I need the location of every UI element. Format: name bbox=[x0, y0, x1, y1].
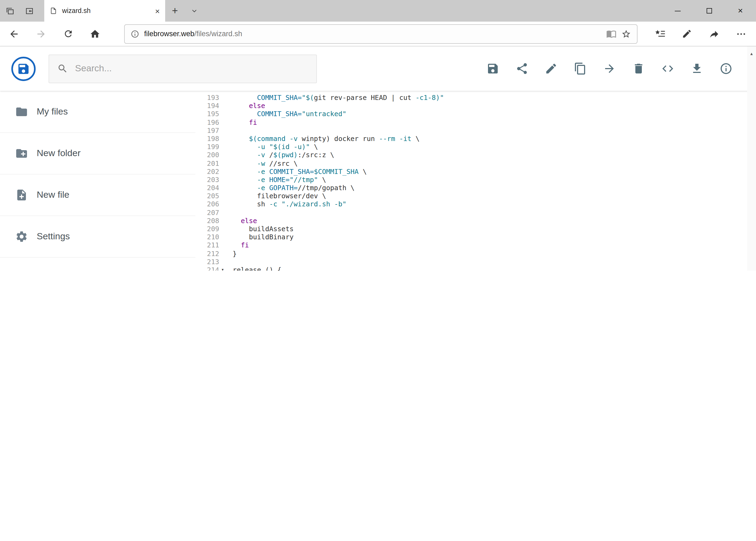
code-line[interactable]: 214▾release () { bbox=[195, 266, 756, 270]
url-path: /files/wizard.sh bbox=[194, 30, 242, 38]
line-number: 193 bbox=[195, 94, 219, 102]
code-text: else bbox=[226, 217, 257, 225]
tab-dropdown-icon[interactable] bbox=[185, 0, 204, 22]
code-text: sh -c "./wizard.sh -b" bbox=[226, 200, 347, 208]
maximize-icon bbox=[706, 8, 712, 14]
hub-favorites-icon[interactable] bbox=[648, 24, 672, 44]
code-line[interactable]: 198 $(command -v winpty) docker run --rm… bbox=[195, 135, 756, 143]
code-line[interactable]: 195 COMMIT_SHA="untracked" bbox=[195, 110, 756, 118]
code-text: filebrowser/dev \ bbox=[226, 192, 326, 200]
search-input[interactable] bbox=[75, 63, 308, 74]
code-line[interactable]: 208 else bbox=[195, 217, 756, 225]
line-number: 199 bbox=[195, 143, 219, 151]
code-text: $(command -v winpty) docker run --rm -it… bbox=[226, 135, 419, 143]
code-line[interactable]: 202 -e COMMIT_SHA=$COMMIT_SHA \ bbox=[195, 167, 756, 175]
new-file-icon bbox=[15, 189, 28, 202]
browser-tab[interactable]: wizard.sh × bbox=[44, 0, 165, 22]
code-line[interactable]: 203 -e HOME="//tmp" \ bbox=[195, 176, 756, 184]
fold-gutter bbox=[219, 249, 226, 258]
scroll-up-icon[interactable]: ▲ bbox=[747, 49, 756, 58]
browser-window: wizard.sh × + × filebrowse bbox=[0, 0, 756, 270]
code-text: } bbox=[226, 249, 237, 258]
fold-gutter bbox=[219, 192, 226, 200]
code-line[interactable]: 211 fi bbox=[195, 241, 756, 249]
code-line[interactable]: 212} bbox=[195, 249, 756, 258]
code-line[interactable]: 201 -w //src \ bbox=[195, 159, 756, 167]
rename-button[interactable] bbox=[544, 62, 557, 75]
set-tabs-aside-icon[interactable] bbox=[19, 0, 39, 22]
sidebar-item-logout[interactable]: Logout bbox=[0, 257, 195, 270]
url-host: filebrowser.web bbox=[144, 30, 194, 38]
move-button[interactable] bbox=[603, 62, 616, 75]
code-text bbox=[226, 258, 233, 266]
close-button[interactable]: × bbox=[725, 0, 756, 22]
favorite-star-icon[interactable] bbox=[621, 29, 631, 39]
fold-gutter bbox=[219, 151, 226, 159]
page-scrollbar[interactable]: ▲ ▼ bbox=[747, 46, 756, 270]
code-line[interactable]: 193 COMMIT_SHA="$(git rev-parse HEAD | c… bbox=[195, 94, 756, 102]
code-line[interactable]: 200 -v /$(pwd):/src:z \ bbox=[195, 151, 756, 159]
annotate-pen-icon[interactable] bbox=[675, 24, 699, 44]
tab-title: wizard.sh bbox=[62, 7, 150, 15]
code-line[interactable]: 209 buildAssets bbox=[195, 225, 756, 233]
window-controls: × bbox=[662, 0, 756, 22]
line-number: 200 bbox=[195, 151, 219, 159]
fold-gutter bbox=[219, 126, 226, 135]
minimize-button[interactable] bbox=[662, 0, 693, 22]
line-number: 204 bbox=[195, 184, 219, 192]
code-text: -e COMMIT_SHA=$COMMIT_SHA \ bbox=[226, 167, 367, 175]
save-button[interactable] bbox=[486, 62, 499, 75]
code-line[interactable]: 197 bbox=[195, 126, 756, 135]
search-bar[interactable] bbox=[49, 54, 317, 83]
reading-view-icon[interactable] bbox=[606, 29, 616, 39]
refresh-button[interactable] bbox=[56, 24, 80, 44]
fold-gutter bbox=[219, 225, 226, 233]
share-button[interactable] bbox=[515, 62, 528, 75]
delete-button[interactable] bbox=[632, 62, 645, 75]
line-number: 202 bbox=[195, 167, 219, 175]
fold-gutter bbox=[219, 102, 226, 110]
code-line[interactable]: 210 buildBinary bbox=[195, 233, 756, 241]
code-text: COMMIT_SHA="untracked" bbox=[226, 110, 347, 118]
code-line[interactable]: 194 else bbox=[195, 102, 756, 110]
info-button[interactable] bbox=[719, 62, 732, 75]
code-line[interactable]: 205 filebrowser/dev \ bbox=[195, 192, 756, 200]
filebrowser-logo[interactable] bbox=[11, 56, 36, 81]
code-editor[interactable]: 193 COMMIT_SHA="$(git rev-parse HEAD | c… bbox=[195, 91, 756, 270]
filebrowser-page: My files New folder New file bbox=[0, 46, 756, 270]
sidebar-item-new-file[interactable]: New file bbox=[0, 174, 195, 216]
sidebar-item-settings[interactable]: Settings bbox=[0, 216, 195, 257]
site-info-icon[interactable] bbox=[130, 29, 139, 38]
code-line[interactable]: 213 bbox=[195, 258, 756, 266]
line-number: 209 bbox=[195, 225, 219, 233]
url-text: filebrowser.web/files/wizard.sh bbox=[144, 30, 601, 38]
code-line[interactable]: 204 -e GOPATH=//tmp/gopath \ bbox=[195, 184, 756, 192]
forward-button[interactable] bbox=[29, 24, 53, 44]
code-text: fi bbox=[226, 118, 257, 126]
line-number: 201 bbox=[195, 159, 219, 167]
maximize-button[interactable] bbox=[693, 0, 725, 22]
share-page-icon[interactable] bbox=[702, 24, 726, 44]
code-line[interactable]: 199 -u "$(id -u)" \ bbox=[195, 143, 756, 151]
tab-close-icon[interactable]: × bbox=[155, 7, 160, 15]
back-button[interactable] bbox=[2, 24, 26, 44]
line-number: 196 bbox=[195, 118, 219, 126]
fold-marker-icon[interactable]: ▾ bbox=[219, 266, 226, 270]
tab-preview-icon[interactable] bbox=[0, 0, 19, 22]
code-line[interactable]: 207 bbox=[195, 208, 756, 216]
copy-button[interactable] bbox=[574, 62, 587, 75]
more-menu-icon[interactable] bbox=[729, 24, 753, 44]
raw-code-button[interactable] bbox=[661, 62, 674, 75]
code-line[interactable]: 196 fi bbox=[195, 118, 756, 126]
code-text: -v /$(pwd):/src:z \ bbox=[226, 151, 334, 159]
code-text: -w //src \ bbox=[226, 159, 298, 167]
navigation-bar: filebrowser.web/files/wizard.sh bbox=[0, 22, 756, 46]
home-button[interactable] bbox=[83, 24, 107, 44]
code-line[interactable]: 206 sh -c "./wizard.sh -b" bbox=[195, 200, 756, 208]
sidebar-item-my-files[interactable]: My files bbox=[0, 91, 195, 132]
address-bar[interactable]: filebrowser.web/files/wizard.sh bbox=[124, 24, 637, 44]
fold-gutter bbox=[219, 110, 226, 118]
new-tab-button[interactable]: + bbox=[165, 0, 185, 22]
download-button[interactable] bbox=[690, 62, 703, 75]
sidebar-item-new-folder[interactable]: New folder bbox=[0, 132, 195, 174]
